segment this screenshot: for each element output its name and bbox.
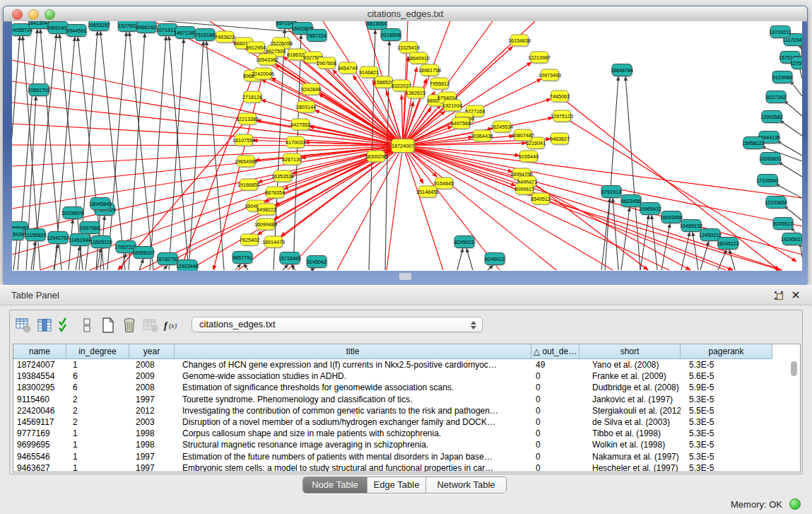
network-node[interactable]: 6944591: [66, 25, 88, 38]
network-node[interactable]: 15148451: [416, 186, 439, 199]
network-node[interactable]: 8454749: [338, 62, 358, 75]
network-node[interactable]: 16245534: [490, 121, 513, 134]
network-node[interactable]: 18724007: [392, 139, 416, 154]
network-node[interactable]: 9915939: [12, 228, 25, 242]
column-header-name[interactable]: name: [13, 344, 66, 359]
delete-table-button[interactable]: [119, 316, 140, 337]
network-node[interactable]: 9498222: [257, 204, 276, 216]
network-node[interactable]: 8427552: [290, 119, 310, 132]
network-node[interactable]: 15958123: [742, 137, 765, 151]
table-row[interactable]: 946362711997Embryonic stem cells: a mode…: [13, 462, 800, 472]
network-node[interactable]: 18945845: [89, 198, 112, 211]
float-panel-icon[interactable]: [774, 291, 784, 300]
table-row[interactable]: 946554611997Estimation of the future num…: [13, 451, 800, 462]
network-node[interactable]: 1362615: [406, 87, 425, 100]
show-columns-button[interactable]: [34, 316, 55, 337]
network-node[interactable]: 16154838: [508, 35, 531, 47]
tab-edge-table[interactable]: Edge Table: [367, 477, 425, 493]
network-node[interactable]: 18300295: [365, 151, 387, 163]
network-node[interactable]: 6497568: [451, 117, 471, 130]
network-node[interactable]: 15718485: [278, 252, 301, 266]
tab-node-table[interactable]: Node Table: [303, 477, 367, 493]
network-node[interactable]: 19654985: [235, 156, 257, 168]
network-node[interactable]: 12755218: [790, 57, 802, 71]
network-node[interactable]: 14671385: [174, 27, 196, 40]
network-node[interactable]: 9129966: [772, 71, 794, 85]
network-node[interactable]: 12213987: [528, 52, 551, 64]
network-node[interactable]: 2718126: [242, 91, 262, 104]
table-row[interactable]: 977716911998Corpus callosum shape and si…: [13, 428, 800, 439]
table-row[interactable]: 911546021997Tourette syndrome. Phenomeno…: [13, 394, 800, 405]
network-node[interactable]: 12923448: [176, 260, 199, 271]
table-mode-button[interactable]: [13, 316, 34, 337]
network-node[interactable]: 1588520: [374, 76, 394, 89]
network-node[interactable]: 7857224: [307, 30, 328, 43]
table-row[interactable]: 1830029562008Estimation of significance …: [13, 382, 800, 393]
close-panel-icon[interactable]: ✕: [789, 288, 802, 303]
function-builder-button[interactable]: f(x): [161, 316, 182, 337]
network-node[interactable]: 8267130: [282, 153, 302, 166]
tab-network-table[interactable]: Network Table: [425, 477, 506, 493]
network-node[interactable]: 12213383: [236, 113, 259, 126]
network-node[interactable]: 20206576: [61, 207, 84, 221]
network-node[interactable]: 6791913: [601, 186, 623, 199]
network-node[interactable]: 19166857: [237, 179, 260, 192]
network-canvas[interactable]: 2405572418413044206914066944591106532571…: [12, 21, 802, 271]
column-header-out_de[interactable]: △ out_de…: [531, 344, 579, 359]
network-node[interactable]: 9245042: [307, 256, 328, 269]
window-resize-grip[interactable]: [399, 273, 411, 280]
network-node[interactable]: 2967608: [317, 57, 336, 70]
network-node[interactable]: 7485063: [550, 90, 570, 103]
column-header-year[interactable]: year: [129, 344, 175, 359]
network-node[interactable]: 9227342: [766, 91, 787, 105]
network-window[interactable]: citations_edges.txt 24055724184130442069…: [3, 6, 808, 285]
column-header-in_degree[interactable]: in_degree: [66, 344, 129, 359]
network-node[interactable]: 19245021: [781, 233, 802, 247]
network-node[interactable]: 12975123: [551, 110, 573, 123]
network-node[interactable]: 16353534: [271, 170, 294, 183]
network-node[interactable]: 9857791: [233, 252, 254, 265]
network-node[interactable]: 8245023: [454, 236, 476, 250]
table-selector-dropdown[interactable]: citations_edges.txt: [192, 317, 483, 332]
network-node[interactable]: 8912954: [246, 42, 266, 54]
table-row[interactable]: 969969511998Structural magnetic resonanc…: [13, 439, 800, 450]
table-row[interactable]: 2242004622012Investigating the contribut…: [13, 405, 800, 416]
network-node[interactable]: 11156829: [25, 229, 47, 243]
network-node[interactable]: 18640910: [407, 52, 430, 65]
network-node[interactable]: 7955812: [430, 78, 449, 90]
table-row[interactable]: 1938455462009Genome-wide association stu…: [13, 370, 800, 382]
network-node[interactable]: 9242848: [301, 83, 321, 96]
network-node[interactable]: 8878354: [265, 187, 285, 199]
network-node[interactable]: 7515188: [195, 29, 216, 42]
network-node[interactable]: 8549512: [531, 193, 551, 206]
row-height-button[interactable]: [76, 316, 98, 337]
vertical-scrollbar-thumb[interactable]: [791, 361, 797, 376]
network-node[interactable]: 9155440: [519, 151, 539, 163]
network-window-titlebar[interactable]: citations_edges.txt: [4, 6, 807, 22]
network-node[interactable]: 9245012: [485, 253, 506, 267]
network-node[interactable]: 8099617: [514, 183, 534, 196]
network-node[interactable]: 20364436: [471, 130, 493, 143]
network-node[interactable]: 1921034: [442, 100, 462, 112]
network-node[interactable]: 4170033: [286, 136, 305, 149]
new-table-button[interactable]: [98, 316, 119, 337]
column-header-pagerank[interactable]: pagerank: [681, 344, 772, 359]
column-header-title[interactable]: title: [175, 344, 531, 359]
network-node[interactable]: 13505115: [90, 236, 112, 250]
network-node[interactable]: 22420046: [252, 68, 274, 81]
network-node[interactable]: 8466162: [136, 21, 158, 34]
network-node[interactable]: 16099489: [254, 218, 277, 231]
network-node[interactable]: 9245513: [773, 218, 794, 231]
network-node[interactable]: 17105541: [756, 175, 779, 188]
network-node[interactable]: 10807487: [512, 129, 534, 142]
network-node[interactable]: 16961758: [418, 64, 441, 77]
network-node[interactable]: 10973493: [539, 69, 561, 82]
network-node[interactable]: 16543382: [256, 54, 278, 66]
network-node[interactable]: 10965432: [639, 203, 661, 216]
network-node[interactable]: 10265831: [759, 153, 782, 166]
network-node[interactable]: 9218506: [381, 29, 402, 42]
table-row[interactable]: 1456911722003Disruption of a novel membe…: [13, 416, 800, 428]
network-node[interactable]: 9463627: [550, 133, 570, 146]
network-node[interactable]: 18914479: [262, 236, 285, 249]
network-node[interactable]: 10465132: [680, 220, 702, 233]
